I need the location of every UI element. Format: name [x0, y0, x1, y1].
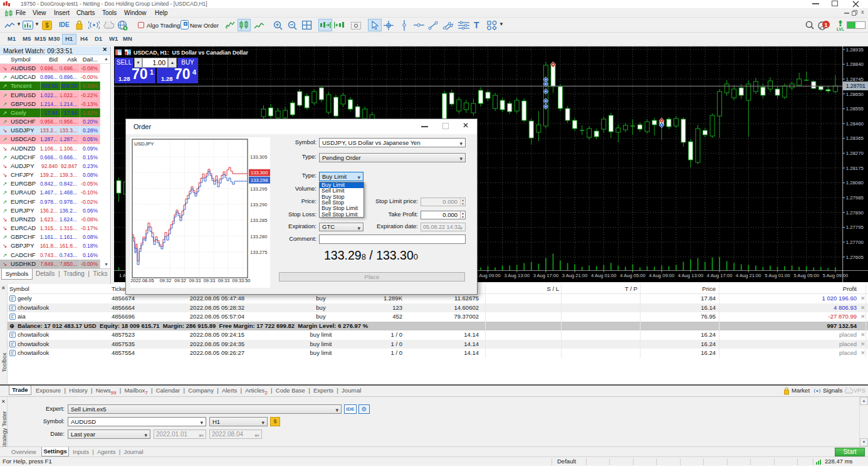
- svg-text:1.28270: 1.28270: [846, 150, 864, 156]
- svg-text:1.27700: 1.27700: [846, 240, 864, 245]
- svg-text:USDJPY: USDJPY: [134, 141, 154, 147]
- svg-text:1.28650: 1.28650: [846, 92, 864, 97]
- svg-text:3 Aug 17:00: 3 Aug 17:00: [533, 273, 559, 278]
- svg-text:1.27605: 1.27605: [846, 255, 864, 260]
- svg-text:5 Aug 01:00: 5 Aug 01:00: [765, 273, 790, 278]
- svg-text:4 Aug 05:00: 4 Aug 05:00: [620, 273, 646, 278]
- svg-text:1: 1: [824, 21, 828, 28]
- svg-text:4 Aug 13:00: 4 Aug 13:00: [678, 273, 704, 278]
- svg-text:5 Aug 09:00: 5 Aug 09:00: [823, 273, 849, 278]
- svg-text:1.28555: 1.28555: [846, 106, 864, 112]
- svg-text:09:33: 09:33: [218, 278, 230, 283]
- svg-text:09:33:50: 09:33:50: [233, 278, 251, 283]
- svg-text:1.28701: 1.28701: [846, 83, 865, 89]
- svg-text:3 Aug 09:00: 3 Aug 09:00: [475, 273, 501, 278]
- svg-text:1.28460: 1.28460: [846, 121, 864, 127]
- svg-text:1.27985: 1.27985: [846, 195, 864, 201]
- svg-text:09:33: 09:33: [204, 278, 216, 283]
- svg-text:1.27890: 1.27890: [846, 210, 864, 216]
- svg-text:1.28840: 1.28840: [846, 61, 864, 67]
- svg-text:1.28175: 1.28175: [846, 166, 864, 171]
- svg-text:4 Aug 21:00: 4 Aug 21:00: [736, 273, 761, 278]
- svg-text:3 Aug 13:00: 3 Aug 13:00: [504, 273, 530, 278]
- svg-text:09:33: 09:33: [189, 278, 201, 283]
- svg-text:1.28935: 1.28935: [846, 47, 864, 53]
- svg-text:$: $: [45, 22, 49, 29]
- svg-text:1.28080: 1.28080: [846, 180, 864, 186]
- svg-text:LVL: LVL: [837, 27, 844, 31]
- svg-text:4 Aug 17:00: 4 Aug 17:00: [707, 273, 733, 278]
- svg-text:3 Aug 21:00: 3 Aug 21:00: [562, 273, 588, 278]
- svg-text:09:32: 09:32: [174, 278, 186, 283]
- svg-text:4 Aug 01:00: 4 Aug 01:00: [591, 273, 617, 278]
- svg-text:1.27795: 1.27795: [846, 224, 864, 230]
- svg-text:09:32: 09:32: [160, 278, 172, 283]
- svg-text:4 Aug 09:00: 4 Aug 09:00: [649, 273, 674, 278]
- svg-text:1.28745: 1.28745: [846, 76, 864, 82]
- svg-text:5 Aug 05:00: 5 Aug 05:00: [793, 273, 819, 278]
- svg-text:2022.08.05: 2022.08.05: [131, 278, 154, 283]
- svg-text:1.28365: 1.28365: [846, 135, 864, 141]
